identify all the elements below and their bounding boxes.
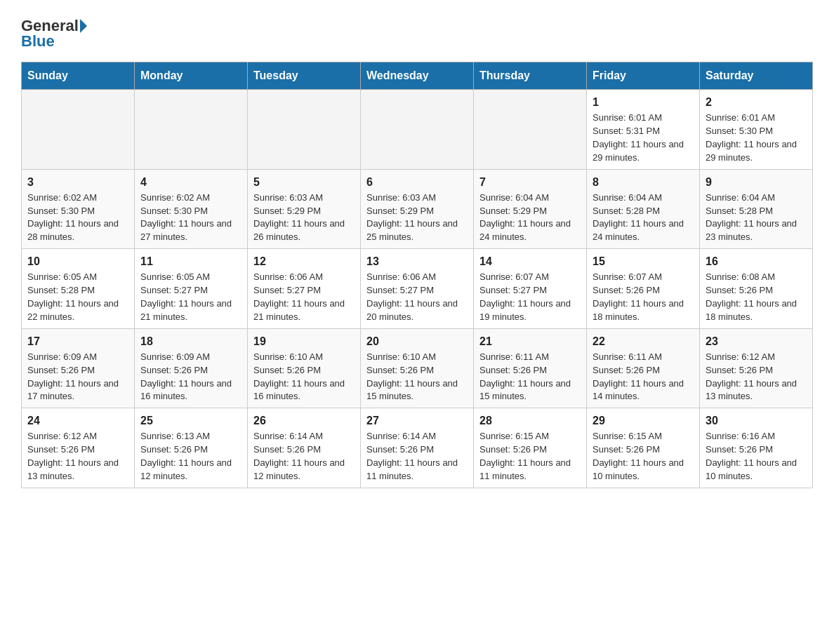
sunrise-text: Sunrise: 6:03 AM <box>366 192 468 205</box>
sunset-text: Sunset: 5:30 PM <box>27 205 128 218</box>
sunset-text: Sunset: 5:26 PM <box>593 443 694 457</box>
calendar-cell: 30Sunrise: 6:16 AMSunset: 5:26 PMDayligh… <box>700 408 813 488</box>
calendar-cell: 3Sunrise: 6:02 AMSunset: 5:30 PMDaylight… <box>22 169 135 249</box>
sunset-text: Sunset: 5:27 PM <box>479 284 581 297</box>
daylight-text: Daylight: 11 hours and 27 minutes. <box>140 217 241 244</box>
daylight-text: Daylight: 11 hours and 10 minutes. <box>593 457 694 483</box>
daylight-text: Daylight: 11 hours and 11 minutes. <box>366 457 468 483</box>
daylight-text: Daylight: 11 hours and 16 minutes. <box>140 377 241 404</box>
daylight-text: Daylight: 11 hours and 25 minutes. <box>366 217 468 244</box>
sunrise-text: Sunrise: 6:15 AM <box>479 430 581 443</box>
weekday-header-monday: Monday <box>135 62 248 90</box>
day-number: 17 <box>27 333 128 349</box>
daylight-text: Daylight: 11 hours and 13 minutes. <box>706 377 807 404</box>
calendar-cell: 22Sunrise: 6:11 AMSunset: 5:26 PMDayligh… <box>587 328 700 408</box>
daylight-text: Daylight: 11 hours and 18 minutes. <box>706 297 807 324</box>
weekday-header-thursday: Thursday <box>474 62 587 90</box>
calendar-cell: 27Sunrise: 6:14 AMSunset: 5:26 PMDayligh… <box>361 408 474 488</box>
daylight-text: Daylight: 11 hours and 13 minutes. <box>27 457 128 483</box>
day-number: 25 <box>140 412 241 429</box>
calendar-cell <box>474 90 587 170</box>
day-number: 1 <box>593 94 694 110</box>
day-number: 22 <box>593 333 694 349</box>
calendar-cell <box>22 90 135 170</box>
sunrise-text: Sunrise: 6:03 AM <box>253 192 355 205</box>
calendar-cell: 7Sunrise: 6:04 AMSunset: 5:29 PMDaylight… <box>474 169 587 249</box>
calendar-cell: 10Sunrise: 6:05 AMSunset: 5:28 PMDayligh… <box>22 249 135 329</box>
calendar-table: SundayMondayTuesdayWednesdayThursdayFrid… <box>21 62 813 488</box>
calendar-week-row: 24Sunrise: 6:12 AMSunset: 5:26 PMDayligh… <box>22 408 813 488</box>
day-number: 28 <box>479 412 581 429</box>
day-number: 8 <box>593 174 694 190</box>
calendar-cell: 15Sunrise: 6:07 AMSunset: 5:26 PMDayligh… <box>587 249 700 329</box>
sunset-text: Sunset: 5:26 PM <box>253 364 355 377</box>
daylight-text: Daylight: 11 hours and 29 minutes. <box>706 138 807 165</box>
sunrise-text: Sunrise: 6:09 AM <box>27 351 128 364</box>
sunrise-text: Sunrise: 6:05 AM <box>140 271 241 284</box>
calendar-cell: 26Sunrise: 6:14 AMSunset: 5:26 PMDayligh… <box>248 408 361 488</box>
day-number: 9 <box>706 174 807 190</box>
calendar-cell: 5Sunrise: 6:03 AMSunset: 5:29 PMDaylight… <box>248 169 361 249</box>
daylight-text: Daylight: 11 hours and 17 minutes. <box>27 377 128 404</box>
logo-arrow-icon <box>80 19 87 33</box>
day-number: 19 <box>253 333 355 349</box>
daylight-text: Daylight: 11 hours and 24 minutes. <box>593 217 694 244</box>
sunrise-text: Sunrise: 6:01 AM <box>706 112 807 125</box>
weekday-header-saturday: Saturday <box>700 62 813 90</box>
sunset-text: Sunset: 5:28 PM <box>706 205 807 218</box>
sunrise-text: Sunrise: 6:06 AM <box>366 271 468 284</box>
daylight-text: Daylight: 11 hours and 12 minutes. <box>253 457 355 483</box>
daylight-text: Daylight: 11 hours and 26 minutes. <box>253 217 355 244</box>
weekday-header-friday: Friday <box>587 62 700 90</box>
sunset-text: Sunset: 5:26 PM <box>706 364 807 377</box>
day-number: 27 <box>366 412 468 429</box>
day-number: 3 <box>27 174 128 190</box>
day-number: 12 <box>253 253 355 269</box>
daylight-text: Daylight: 11 hours and 18 minutes. <box>593 297 694 324</box>
sunrise-text: Sunrise: 6:04 AM <box>593 192 694 205</box>
daylight-text: Daylight: 11 hours and 10 minutes. <box>706 457 807 483</box>
sunset-text: Sunset: 5:26 PM <box>27 443 128 457</box>
weekday-header-sunday: Sunday <box>22 62 135 90</box>
calendar-cell: 25Sunrise: 6:13 AMSunset: 5:26 PMDayligh… <box>135 408 248 488</box>
sunset-text: Sunset: 5:29 PM <box>253 205 355 218</box>
day-number: 26 <box>253 412 355 429</box>
day-number: 21 <box>479 333 581 349</box>
sunset-text: Sunset: 5:26 PM <box>479 443 581 457</box>
page-header: General Blue <box>21 14 813 51</box>
sunrise-text: Sunrise: 6:12 AM <box>27 430 128 443</box>
sunset-text: Sunset: 5:26 PM <box>706 443 807 457</box>
calendar-cell: 16Sunrise: 6:08 AMSunset: 5:26 PMDayligh… <box>700 249 813 329</box>
day-number: 11 <box>140 253 241 269</box>
logo-blue-text: Blue <box>21 32 55 51</box>
daylight-text: Daylight: 11 hours and 19 minutes. <box>479 297 581 324</box>
daylight-text: Daylight: 11 hours and 24 minutes. <box>479 217 581 244</box>
daylight-text: Daylight: 11 hours and 28 minutes. <box>27 217 128 244</box>
day-number: 16 <box>706 253 807 269</box>
sunrise-text: Sunrise: 6:02 AM <box>140 192 241 205</box>
logo: General Blue <box>21 14 87 51</box>
day-number: 30 <box>706 412 807 429</box>
day-number: 10 <box>27 253 128 269</box>
sunset-text: Sunset: 5:27 PM <box>366 284 468 297</box>
calendar-cell: 24Sunrise: 6:12 AMSunset: 5:26 PMDayligh… <box>22 408 135 488</box>
day-number: 4 <box>140 174 241 190</box>
sunset-text: Sunset: 5:27 PM <box>253 284 355 297</box>
calendar-cell: 19Sunrise: 6:10 AMSunset: 5:26 PMDayligh… <box>248 328 361 408</box>
calendar-cell: 29Sunrise: 6:15 AMSunset: 5:26 PMDayligh… <box>587 408 700 488</box>
sunrise-text: Sunrise: 6:07 AM <box>593 271 694 284</box>
sunrise-text: Sunrise: 6:14 AM <box>253 430 355 443</box>
sunset-text: Sunset: 5:29 PM <box>366 205 468 218</box>
calendar-cell: 20Sunrise: 6:10 AMSunset: 5:26 PMDayligh… <box>361 328 474 408</box>
daylight-text: Daylight: 11 hours and 15 minutes. <box>479 377 581 404</box>
weekday-header-row: SundayMondayTuesdayWednesdayThursdayFrid… <box>22 62 813 90</box>
daylight-text: Daylight: 11 hours and 29 minutes. <box>593 138 694 165</box>
calendar-cell: 4Sunrise: 6:02 AMSunset: 5:30 PMDaylight… <box>135 169 248 249</box>
sunrise-text: Sunrise: 6:11 AM <box>479 351 581 364</box>
calendar-week-row: 17Sunrise: 6:09 AMSunset: 5:26 PMDayligh… <box>22 328 813 408</box>
sunset-text: Sunset: 5:29 PM <box>479 205 581 218</box>
sunrise-text: Sunrise: 6:07 AM <box>479 271 581 284</box>
day-number: 23 <box>706 333 807 349</box>
day-number: 18 <box>140 333 241 349</box>
calendar-cell: 17Sunrise: 6:09 AMSunset: 5:26 PMDayligh… <box>22 328 135 408</box>
